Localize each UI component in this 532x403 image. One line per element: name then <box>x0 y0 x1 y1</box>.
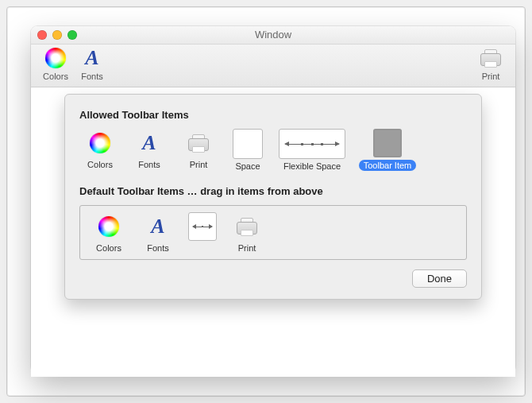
toolbar-label: Fonts <box>81 72 103 81</box>
item-label: Fonts <box>147 243 169 253</box>
printer-icon <box>480 48 502 68</box>
item-label: Colors <box>87 160 113 169</box>
default-items-box[interactable]: Colors A Fonts Print <box>79 205 467 260</box>
allowed-items-title: Allowed Toolbar Items <box>79 109 467 121</box>
toolbar-label: Colors <box>43 72 68 81</box>
item-label: Space <box>235 161 260 171</box>
default-item-fonts[interactable]: A Fonts <box>137 212 179 253</box>
color-wheel-icon <box>98 216 119 237</box>
fonts-icon: A <box>142 133 156 153</box>
minimize-icon[interactable] <box>52 30 62 40</box>
default-item-print[interactable]: Print <box>226 212 268 253</box>
flexible-space-icon <box>279 129 345 159</box>
item-label: Flexible Space <box>283 161 341 171</box>
allowed-item-flexible-space[interactable]: Flexible Space <box>276 129 348 171</box>
default-item-flexible-space[interactable] <box>187 212 218 253</box>
default-item-colors[interactable]: Colors <box>88 212 129 253</box>
allowed-item-fonts[interactable]: A Fonts <box>129 129 170 171</box>
allowed-item-custom[interactable]: Toolbar Item <box>356 129 419 171</box>
close-icon[interactable] <box>37 30 47 40</box>
allowed-items-row: Colors A Fonts Print Space <box>79 129 467 171</box>
fonts-icon: A <box>85 48 98 68</box>
toolbar-label: Print <box>482 72 500 81</box>
window-controls <box>37 30 77 40</box>
toolbar-print[interactable]: Print <box>472 47 509 81</box>
item-label: Print <box>190 160 208 169</box>
window-content: Allowed Toolbar Items Colors A Fonts Pri… <box>31 87 515 377</box>
design-canvas: Window Colors A Fonts Print Allowed Tool… <box>6 6 526 397</box>
done-button[interactable]: Done <box>412 269 467 288</box>
color-wheel-icon <box>45 48 66 68</box>
space-icon <box>233 129 263 159</box>
default-items-title: Default Toolbar Items … drag in items fr… <box>79 185 467 197</box>
item-label: Fonts <box>138 160 160 169</box>
zoom-icon[interactable] <box>67 30 77 40</box>
titlebar: Window <box>31 26 515 45</box>
window-title: Window <box>255 29 291 41</box>
toolbar: Colors A Fonts Print <box>31 45 515 87</box>
toolbar-colors[interactable]: Colors <box>37 47 74 81</box>
toolbar-fonts[interactable]: A Fonts <box>74 47 110 81</box>
fonts-icon: A <box>151 216 164 237</box>
allowed-item-colors[interactable]: Colors <box>79 129 121 171</box>
custom-toolbar-item-icon <box>373 129 402 157</box>
item-label: Print <box>238 243 256 253</box>
allowed-item-space[interactable]: Space <box>227 129 268 171</box>
item-label: Colors <box>96 243 121 253</box>
allowed-item-print[interactable]: Print <box>178 129 219 171</box>
printer-icon <box>187 134 210 153</box>
app-window: Window Colors A Fonts Print Allowed Tool… <box>31 26 515 373</box>
color-wheel-icon <box>90 133 110 153</box>
printer-icon <box>236 217 258 236</box>
item-label-selected: Toolbar Item <box>359 160 417 171</box>
item-label <box>201 243 203 253</box>
customize-toolbar-sheet: Allowed Toolbar Items Colors A Fonts Pri… <box>64 94 482 300</box>
flexible-space-icon <box>188 212 217 241</box>
